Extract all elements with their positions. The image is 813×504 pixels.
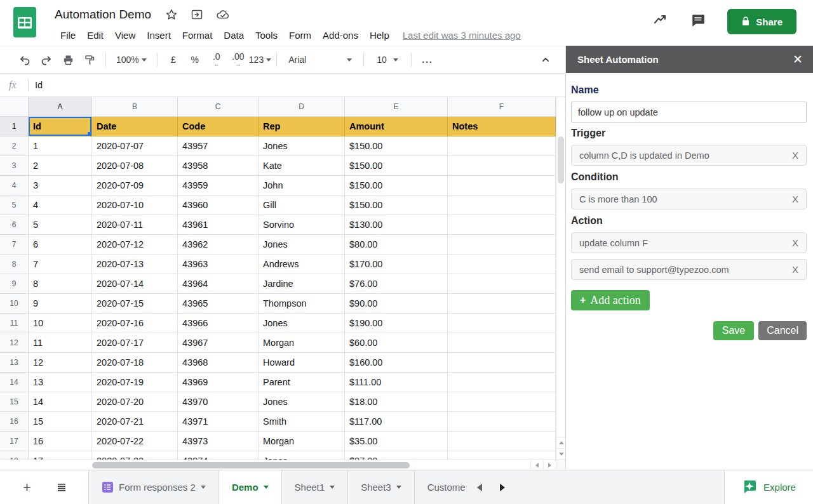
print-button[interactable]: [57, 50, 79, 69]
cell-A15[interactable]: 14: [29, 392, 92, 412]
cell-F5[interactable]: [448, 196, 556, 215]
cell-B13[interactable]: 2020-07-18: [92, 353, 178, 373]
menu-tools[interactable]: Tools: [250, 28, 283, 43]
cell-A3[interactable]: 2: [29, 156, 92, 176]
remove-action-icon[interactable]: X: [787, 264, 798, 275]
cell-D16[interactable]: Smith: [259, 412, 345, 432]
cell-A7[interactable]: 6: [29, 235, 92, 255]
cell-E10[interactable]: $90.00: [345, 294, 448, 314]
cell-F15[interactable]: [448, 392, 556, 412]
cell-F7[interactable]: [448, 235, 556, 255]
sheet-tab-sheet3[interactable]: Sheet3: [348, 470, 415, 504]
cell-D4[interactable]: John: [259, 176, 345, 196]
cell-F10[interactable]: [448, 294, 556, 314]
cell-C14[interactable]: 43969: [178, 373, 259, 392]
add-action-button[interactable]: + Add action: [571, 290, 650, 310]
cell-A8[interactable]: 7: [29, 255, 92, 274]
cell-C18[interactable]: 43974: [178, 451, 259, 460]
cell-C10[interactable]: 43965: [178, 294, 259, 314]
sheet-tab-custome[interactable]: Custome: [415, 470, 466, 504]
column-header-F[interactable]: F: [448, 97, 556, 117]
cell-D17[interactable]: Morgan: [259, 432, 345, 451]
cell-D18[interactable]: Jones: [259, 451, 345, 460]
currency-format-button[interactable]: £: [163, 50, 184, 69]
cell-E17[interactable]: $35.00: [345, 432, 448, 451]
row-header-10[interactable]: 10: [0, 294, 29, 314]
last-edit-link[interactable]: Last edit was 3 minutes ago: [403, 30, 521, 41]
cell-C8[interactable]: 43963: [178, 255, 259, 274]
cell-B1[interactable]: Date: [92, 117, 178, 136]
cell-E18[interactable]: $87.00: [345, 451, 448, 460]
cell-B18[interactable]: 2020-07-23: [92, 451, 178, 460]
cell-A6[interactable]: 5: [29, 215, 92, 235]
undo-button[interactable]: [14, 50, 36, 69]
selection-fill-handle[interactable]: [88, 132, 92, 136]
cell-D2[interactable]: Jones: [259, 136, 345, 156]
row-header-8[interactable]: 8: [0, 255, 29, 274]
cell-B11[interactable]: 2020-07-16: [92, 314, 178, 333]
cell-C9[interactable]: 43964: [178, 274, 259, 294]
cell-A13[interactable]: 12: [29, 353, 92, 373]
row-header-16[interactable]: 16: [0, 412, 29, 432]
cell-C4[interactable]: 43959: [178, 176, 259, 196]
menu-view[interactable]: View: [109, 28, 141, 43]
cell-D1[interactable]: Rep: [259, 117, 345, 136]
cell-F14[interactable]: [448, 373, 556, 392]
column-header-D[interactable]: D: [259, 97, 345, 117]
cell-F6[interactable]: [448, 215, 556, 235]
cell-B6[interactable]: 2020-07-11: [92, 215, 178, 235]
cell-E1[interactable]: Amount: [345, 117, 448, 136]
cell-C5[interactable]: 43960: [178, 196, 259, 215]
cell-A10[interactable]: 9: [29, 294, 92, 314]
sheet-tab-sheet1[interactable]: Sheet1: [282, 470, 349, 504]
cell-D14[interactable]: Parent: [259, 373, 345, 392]
horizontal-scrollbar-thumb[interactable]: [92, 462, 410, 468]
cell-F18[interactable]: [448, 451, 556, 460]
cell-E15[interactable]: $18.00: [345, 392, 448, 412]
font-family-select[interactable]: Arial: [282, 50, 358, 69]
scroll-up-button[interactable]: [556, 437, 565, 448]
cell-B9[interactable]: 2020-07-14: [92, 274, 178, 294]
menu-add-ons[interactable]: Add-ons: [317, 28, 364, 43]
vertical-scrollbar-thumb[interactable]: [558, 136, 564, 183]
document-title[interactable]: Automation Demo: [55, 8, 151, 22]
cancel-button[interactable]: Cancel: [758, 321, 807, 340]
cell-E8[interactable]: $170.00: [345, 255, 448, 274]
cell-C11[interactable]: 43966: [178, 314, 259, 333]
more-tools-button[interactable]: ...: [417, 50, 438, 69]
move-to-folder-icon[interactable]: [191, 8, 203, 21]
menu-edit[interactable]: Edit: [81, 28, 109, 43]
cell-D10[interactable]: Thompson: [259, 294, 345, 314]
cell-E5[interactable]: $150.00: [345, 196, 448, 215]
explore-button[interactable]: Explore: [724, 470, 813, 504]
comment-icon[interactable]: [690, 13, 706, 30]
cell-A2[interactable]: 1: [29, 136, 92, 156]
cell-C16[interactable]: 43971: [178, 412, 259, 432]
sheet-tab-demo[interactable]: Demo: [219, 470, 282, 504]
cell-D6[interactable]: Sorvino: [259, 215, 345, 235]
cell-E14[interactable]: $111.00: [345, 373, 448, 392]
percent-format-button[interactable]: %: [184, 50, 206, 69]
cell-A17[interactable]: 16: [29, 432, 92, 451]
cell-F9[interactable]: [448, 274, 556, 294]
cell-C1[interactable]: Code: [178, 117, 259, 136]
remove-condition-icon[interactable]: X: [787, 194, 798, 204]
cell-B15[interactable]: 2020-07-20: [92, 392, 178, 412]
cell-D7[interactable]: Jones: [259, 235, 345, 255]
cell-F12[interactable]: [448, 333, 556, 353]
decrease-decimal-button[interactable]: .0←: [206, 50, 227, 69]
cell-C12[interactable]: 43967: [178, 333, 259, 353]
cell-E2[interactable]: $150.00: [345, 136, 448, 156]
cell-E13[interactable]: $160.00: [345, 353, 448, 373]
scroll-left-button[interactable]: [530, 460, 543, 470]
column-header-B[interactable]: B: [92, 97, 178, 117]
menu-data[interactable]: Data: [218, 28, 250, 43]
row-header-11[interactable]: 11: [0, 314, 29, 333]
cell-F2[interactable]: [448, 136, 556, 156]
increase-decimal-button[interactable]: .00→: [227, 50, 249, 69]
tabs-scroll-right-icon[interactable]: [500, 484, 505, 491]
cell-E11[interactable]: $190.00: [345, 314, 448, 333]
cell-A4[interactable]: 3: [29, 176, 92, 196]
cell-B14[interactable]: 2020-07-19: [92, 373, 178, 392]
row-header-2[interactable]: 2: [0, 136, 29, 156]
